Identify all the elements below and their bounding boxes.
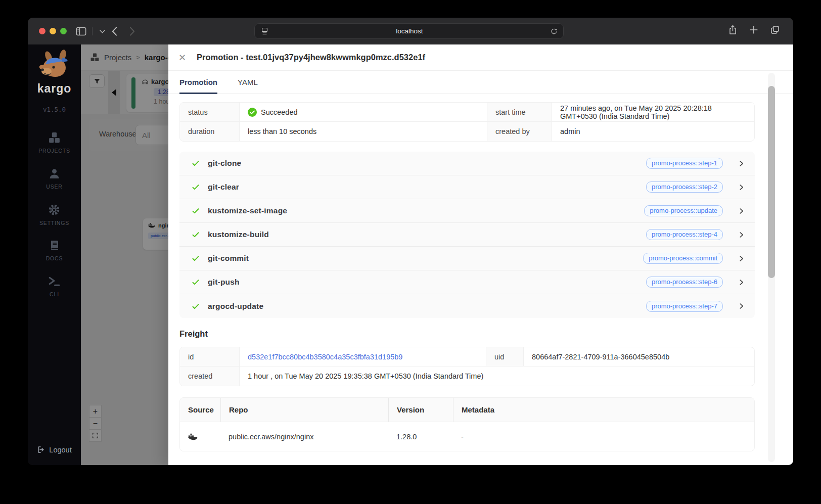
tab-promotion[interactable]: Promotion bbox=[179, 71, 217, 94]
success-check-icon bbox=[248, 108, 257, 117]
created-by-label: created by bbox=[487, 122, 552, 141]
chevron-right-icon[interactable] bbox=[738, 303, 745, 309]
drawer-body: status Succeeded start time 27 minutes a… bbox=[168, 94, 793, 465]
zoom-window-button[interactable] bbox=[60, 28, 67, 34]
freight-uid-label: uid bbox=[486, 347, 524, 366]
chevron-right-icon[interactable] bbox=[738, 184, 745, 191]
step-badge: promo-process::step-7 bbox=[646, 301, 723, 312]
created-by-value: admin bbox=[552, 122, 754, 141]
back-icon[interactable] bbox=[108, 25, 121, 38]
book-icon bbox=[48, 240, 60, 252]
boxes-icon bbox=[48, 131, 61, 144]
sidebar-item-label: DOCS bbox=[46, 255, 63, 261]
address-bar[interactable]: localhost bbox=[254, 23, 564, 39]
duration-value: less than 10 seconds bbox=[240, 122, 487, 141]
drawer-title: Promotion - test.01jvq37py4jhew8kwwmkgp0… bbox=[197, 53, 425, 62]
page-icon bbox=[260, 27, 269, 35]
drawer-header: ✕ Promotion - test.01jvq37py4jhew8kwwmkg… bbox=[168, 44, 793, 71]
main-content: Projects > kargo-demo bbox=[81, 44, 793, 465]
check-icon bbox=[192, 159, 200, 167]
sidebar-item-user[interactable]: USER bbox=[46, 167, 62, 190]
artifact-source bbox=[180, 422, 220, 451]
sidebar: kargo v1.5.0 PROJECTS USER bbox=[28, 44, 81, 465]
step-row-kustomize-set-image[interactable]: kustomize-set-image promo-process::updat… bbox=[179, 199, 755, 223]
step-row-git-clear[interactable]: git-clear promo-process::step-2 bbox=[179, 175, 755, 199]
sidebar-toggle-icon[interactable] bbox=[74, 25, 87, 38]
reload-icon[interactable] bbox=[550, 27, 558, 35]
step-name: kustomize-set-image bbox=[208, 206, 287, 215]
freight-created-label: created bbox=[180, 366, 240, 386]
step-name: git-push bbox=[208, 278, 240, 287]
step-row-argocd-update[interactable]: argocd-update promo-process::step-7 bbox=[179, 294, 755, 318]
check-icon bbox=[192, 302, 200, 310]
freight-heading: Freight bbox=[179, 329, 755, 339]
chevron-right-icon[interactable] bbox=[738, 160, 745, 167]
chevron-right-icon[interactable] bbox=[738, 208, 745, 214]
app-root: kargo v1.5.0 PROJECTS USER bbox=[28, 44, 793, 465]
sidebar-item-label: CLI bbox=[50, 291, 59, 297]
step-badge: promo-process::step-6 bbox=[646, 277, 723, 288]
freight-id-link[interactable]: d532e1f7bcc80bc4b3580c4a35c3fbfa31d195b9 bbox=[248, 353, 402, 361]
chevron-right-icon[interactable] bbox=[738, 232, 745, 238]
promotion-drawer: ✕ Promotion - test.01jvq37py4jhew8kwwmkg… bbox=[168, 44, 793, 465]
kargo-logo bbox=[36, 50, 73, 83]
step-row-git-commit[interactable]: git-commit promo-process::commit bbox=[179, 247, 755, 270]
titlebar-actions bbox=[728, 24, 780, 35]
sidebar-item-cli[interactable]: CLI bbox=[48, 275, 61, 297]
start-time-value: 27 minutes ago, on Tue May 20 2025 20:28… bbox=[552, 103, 754, 122]
share-icon[interactable] bbox=[728, 24, 738, 35]
step-row-git-push[interactable]: git-push promo-process::step-6 bbox=[179, 270, 755, 294]
tab-yaml[interactable]: YAML bbox=[238, 71, 258, 94]
freight-artifacts-table: Source Repo Version Metadata bbox=[179, 397, 755, 451]
promotion-steps-list: git-clone promo-process::step-1 git-clea… bbox=[179, 152, 755, 318]
artifact-repo: public.ecr.aws/nginx/nginx bbox=[220, 422, 388, 451]
check-icon bbox=[192, 278, 200, 286]
user-icon bbox=[48, 167, 61, 180]
tab-overview-icon[interactable] bbox=[770, 25, 780, 35]
close-icon[interactable]: ✕ bbox=[178, 52, 192, 63]
screen: localhost bbox=[0, 0, 821, 504]
sidebar-item-docs[interactable]: DOCS bbox=[46, 240, 63, 261]
chevron-right-icon[interactable] bbox=[738, 279, 745, 286]
step-row-git-clone[interactable]: git-clone promo-process::step-1 bbox=[179, 152, 755, 175]
column-version: Version bbox=[388, 398, 453, 422]
sidebar-item-settings[interactable]: SETTINGS bbox=[39, 203, 69, 226]
minimize-window-button[interactable] bbox=[50, 28, 56, 34]
step-name: git-clear bbox=[208, 182, 239, 192]
chevron-down-icon[interactable] bbox=[96, 25, 109, 38]
check-icon bbox=[192, 207, 200, 215]
logout-button[interactable]: Logout bbox=[37, 445, 71, 454]
close-window-button[interactable] bbox=[39, 28, 45, 34]
step-badge: promo-process::step-4 bbox=[646, 229, 723, 240]
step-name: git-clone bbox=[208, 159, 241, 168]
step-badge: promo-process::update bbox=[644, 205, 723, 216]
promotion-info-table: status Succeeded start time 27 minutes a… bbox=[179, 102, 755, 142]
step-badge: promo-process::commit bbox=[643, 253, 723, 264]
start-time-label: start time bbox=[487, 103, 552, 122]
column-metadata: Metadata bbox=[453, 398, 754, 422]
drawer-scrollbar[interactable] bbox=[768, 73, 775, 462]
sidebar-item-label: SETTINGS bbox=[39, 220, 69, 226]
new-tab-icon[interactable] bbox=[749, 25, 758, 34]
column-repo: Repo bbox=[220, 398, 388, 422]
drawer-tabs: Promotion YAML bbox=[168, 71, 793, 94]
drawer-scrollbar-thumb[interactable] bbox=[768, 86, 775, 278]
step-name: git-commit bbox=[208, 254, 249, 263]
artifact-version: 1.28.0 bbox=[388, 422, 453, 451]
sidebar-item-projects[interactable]: PROJECTS bbox=[38, 131, 70, 154]
chevron-right-icon[interactable] bbox=[738, 255, 745, 262]
step-row-kustomize-build[interactable]: kustomize-build promo-process::step-4 bbox=[179, 223, 755, 247]
browser-titlebar: localhost bbox=[28, 18, 793, 44]
status-text: Succeeded bbox=[261, 108, 298, 116]
step-name: kustomize-build bbox=[208, 230, 269, 239]
artifacts-header-row: Source Repo Version Metadata bbox=[180, 398, 754, 422]
freight-created-value: 1 hour , on Tue May 20 2025 19:35:38 GMT… bbox=[240, 366, 754, 386]
logout-icon bbox=[37, 445, 45, 454]
docker-icon bbox=[188, 433, 198, 441]
freight-id-value: d532e1f7bcc80bc4b3580c4a35c3fbfa31d195b9 bbox=[240, 347, 486, 366]
terminal-icon bbox=[48, 275, 61, 288]
artifact-metadata: - bbox=[453, 422, 754, 451]
forward-icon[interactable] bbox=[125, 25, 139, 38]
freight-info-table: id d532e1f7bcc80bc4b3580c4a35c3fbfa31d19… bbox=[179, 347, 755, 386]
sidebar-item-label: PROJECTS bbox=[38, 148, 70, 154]
